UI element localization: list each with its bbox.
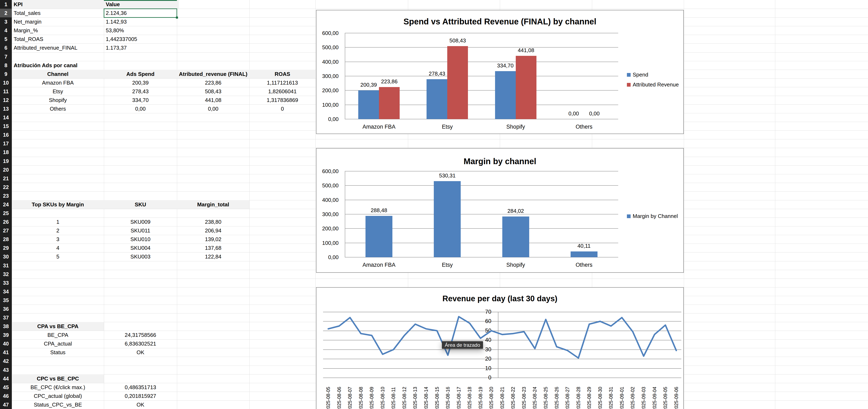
legend-item-spend[interactable]: Spend [627,72,648,78]
row-header-31[interactable]: 31 [0,261,12,270]
row-header-41[interactable]: 41 [0,348,12,357]
cell-A12[interactable]: Shopify [12,96,104,104]
chart-margin-by-channel[interactable]: Margin by channel 0,00100,00200,00300,00… [316,148,684,273]
row-header-11[interactable]: 11 [0,87,12,96]
row-header-32[interactable]: 32 [0,270,12,278]
row-header-16[interactable]: 16 [0,131,12,139]
cell-B11[interactable]: 278,43 [104,87,177,96]
cell-A3[interactable]: Net_margin [12,18,106,26]
row-header-43[interactable]: 43 [0,366,12,374]
cell-D9[interactable]: ROAS [249,70,315,78]
cell-B1[interactable]: Value [104,0,179,9]
cell-B47[interactable]: OK [104,400,177,409]
cell-C26[interactable]: 238,80 [177,217,249,226]
row-header-27[interactable]: 27 [0,226,12,235]
row-header-12[interactable]: 12 [0,96,12,104]
row-header-40[interactable]: 40 [0,339,12,348]
row-header-28[interactable]: 28 [0,235,12,244]
row-header-21[interactable]: 21 [0,174,12,183]
cell-B30[interactable]: SKU003 [104,252,177,261]
row-header-36[interactable]: 36 [0,305,12,313]
cell-A5[interactable]: Total_ROAS [12,35,106,43]
row-header-47[interactable]: 47 [0,400,12,409]
cell-B10[interactable]: 200,39 [104,78,177,87]
cell-A28[interactable]: 3 [12,235,104,244]
cell-B24[interactable]: SKU [104,200,177,209]
cell-B13[interactable]: 0,00 [104,104,177,113]
cell-A40[interactable]: CPA_actual [12,339,104,348]
row-header-4[interactable]: 4 [0,26,12,35]
cell-B46[interactable]: 0,201815927 [104,391,177,400]
cell-C24[interactable]: Margin_total [177,200,249,209]
selection-fill-handle[interactable] [176,16,178,19]
cell-B5[interactable]: 1,442337005 [104,35,179,43]
cell-B26[interactable]: SKU009 [104,217,177,226]
row-header-24[interactable]: 24 [0,200,12,209]
row-header-19[interactable]: 19 [0,157,12,165]
row-header-10[interactable]: 10 [0,78,12,87]
cell-A46[interactable]: CPC_actual (global) [12,391,104,400]
cell-B41[interactable]: OK [104,348,177,357]
cell-A24[interactable]: Top SKUs by Margin [12,200,104,209]
cell-B6[interactable]: 1.173,37 [104,43,179,52]
cell-B4[interactable]: 53,80% [104,26,179,35]
row-header-33[interactable]: 33 [0,278,12,287]
row-header-7[interactable]: 7 [0,52,12,61]
cell-A30[interactable]: 5 [12,252,104,261]
row-header-14[interactable]: 14 [0,113,12,122]
cell-C11[interactable]: 508,43 [177,87,249,96]
chart-revenue-per-day[interactable]: Revenue per day (last 30 days) 010203040… [316,287,684,409]
row-header-13[interactable]: 13 [0,104,12,113]
cell-A45[interactable]: BE_CPC (€/click max.) [12,383,104,391]
legend-item-margin-by-channel[interactable]: Margin by Channel [627,213,678,219]
row-header-20[interactable]: 20 [0,165,12,174]
row-header-23[interactable]: 23 [0,192,12,200]
cell-B40[interactable]: 6,836302521 [104,339,177,348]
cell-C12[interactable]: 441,08 [177,96,249,104]
cell-A11[interactable]: Etsy [12,87,104,96]
row-header-42[interactable]: 42 [0,357,12,365]
row-header-46[interactable]: 46 [0,391,12,400]
cell-A39[interactable]: BE_CPA [12,331,104,339]
row-header-6[interactable]: 6 [0,43,12,52]
cell-B29[interactable]: SKU004 [104,244,177,252]
chart-spend-vs-attributed-revenue[interactable]: Spend vs Attributed Revenue (FINAL) by c… [316,10,684,134]
cell-C28[interactable]: 139,02 [177,235,249,244]
row-header-8[interactable]: 8 [0,61,12,70]
cell-A29[interactable]: 4 [12,244,104,252]
cell-B3[interactable]: 1.142,93 [104,18,179,26]
cell-B39[interactable]: 24,31758566 [104,331,177,339]
row-header-25[interactable]: 25 [0,209,12,217]
cell-C10[interactable]: 223,86 [177,78,249,87]
cell-C29[interactable]: 137,68 [177,244,249,252]
cell-B12[interactable]: 334,70 [104,96,177,104]
cell-C13[interactable]: 0,00 [177,104,249,113]
cell-D13[interactable]: 0 [249,104,315,113]
row-header-39[interactable]: 39 [0,331,12,339]
cell-A27[interactable]: 2 [12,226,104,235]
cell-D11[interactable]: 1,82606041 [249,87,315,96]
selected-cell-outline[interactable] [104,8,177,18]
row-header-38[interactable]: 38 [0,322,12,331]
cell-A13[interactable]: Others [12,104,104,113]
cell-A41[interactable]: Status [12,348,104,357]
row-header-44[interactable]: 44 [0,374,12,383]
row-header-5[interactable]: 5 [0,35,12,43]
cell-A44[interactable]: CPC vs BE_CPC [12,374,104,383]
row-header-2[interactable]: 2 [0,9,12,18]
row-header-17[interactable]: 17 [0,139,12,148]
row-header-29[interactable]: 29 [0,244,12,252]
cell-A6[interactable]: Attributed_revenue_FINAL [12,43,106,52]
cell-A26[interactable]: 1 [12,217,104,226]
cell-A9[interactable]: Channel [12,70,104,78]
cell-D10[interactable]: 1,117121613 [249,78,315,87]
cell-A1[interactable]: KPI [12,0,106,9]
cell-C9[interactable]: Atributed_revenue (FINAL) [177,70,249,78]
cell-A4[interactable]: Margin_% [12,26,106,35]
cell-C30[interactable]: 122,84 [177,252,249,261]
row-header-15[interactable]: 15 [0,122,12,131]
row-header-column[interactable]: 1234567891011121314151617181920212223242… [0,0,12,409]
row-header-30[interactable]: 30 [0,252,12,261]
row-header-34[interactable]: 34 [0,287,12,296]
row-header-45[interactable]: 45 [0,383,12,391]
